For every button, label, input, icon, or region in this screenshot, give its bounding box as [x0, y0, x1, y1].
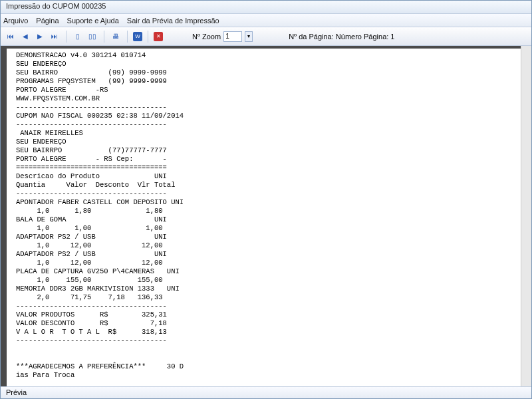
- toolbar-separator: [66, 31, 66, 43]
- page-info: Nº da Página: Número Página: 1: [289, 33, 394, 41]
- preview-area: DEMONSTRACAO v4.0 301214 010714 SEU ENDE…: [1, 46, 531, 386]
- first-page-icon[interactable]: ⏮: [5, 31, 17, 43]
- menu-pagina[interactable]: Página: [36, 17, 59, 25]
- window-title: Impressão do CUPOM 000235: [6, 2, 106, 10]
- toolbar: ⏮ ◀ ▶ ⏭ ▯ ▯▯ 🖶 W ✕ Nº Zoom ▾ Nº da Págin…: [1, 27, 531, 46]
- page: DEMONSTRACAO v4.0 301214 010714 SEU ENDE…: [7, 49, 525, 386]
- zoom-label: Nº Zoom: [192, 33, 221, 41]
- print-icon[interactable]: 🖶: [110, 31, 122, 43]
- page-value: Número Página: 1: [336, 33, 395, 41]
- close-icon[interactable]: ✕: [154, 32, 163, 41]
- zoom-group: Nº Zoom ▾: [192, 31, 253, 42]
- statusbar: Prévia: [1, 386, 531, 398]
- last-page-icon[interactable]: ⏭: [49, 31, 61, 43]
- vertical-scrollbar[interactable]: [521, 46, 531, 386]
- single-page-icon[interactable]: ▯: [72, 31, 84, 43]
- titlebar: Impressão do CUPOM 000235: [1, 1, 531, 14]
- print-preview-window: Impressão do CUPOM 000235 Arquivo Página…: [0, 0, 532, 399]
- toolbar-separator: [148, 31, 148, 43]
- zoom-dropdown-icon[interactable]: ▾: [245, 31, 253, 42]
- word-export-icon[interactable]: W: [133, 32, 142, 41]
- zoom-input[interactable]: [223, 31, 242, 42]
- prev-page-icon[interactable]: ◀: [19, 31, 31, 43]
- toolbar-separator: [104, 31, 104, 43]
- menu-suporte[interactable]: Suporte e Ajuda: [67, 17, 119, 25]
- toolbar-separator: [127, 31, 128, 43]
- status-text: Prévia: [6, 388, 27, 396]
- next-page-icon[interactable]: ▶: [34, 31, 46, 43]
- menubar: Arquivo Página Suporte e Ajuda Sair da P…: [1, 14, 531, 27]
- menu-arquivo[interactable]: Arquivo: [3, 17, 28, 25]
- page-label: Nº da Página:: [289, 33, 334, 41]
- multi-page-icon[interactable]: ▯▯: [86, 31, 98, 43]
- menu-sair[interactable]: Sair da Prévia de Impressão: [127, 17, 219, 25]
- receipt-text: DEMONSTRACAO v4.0 301214 010714 SEU ENDE…: [16, 51, 516, 386]
